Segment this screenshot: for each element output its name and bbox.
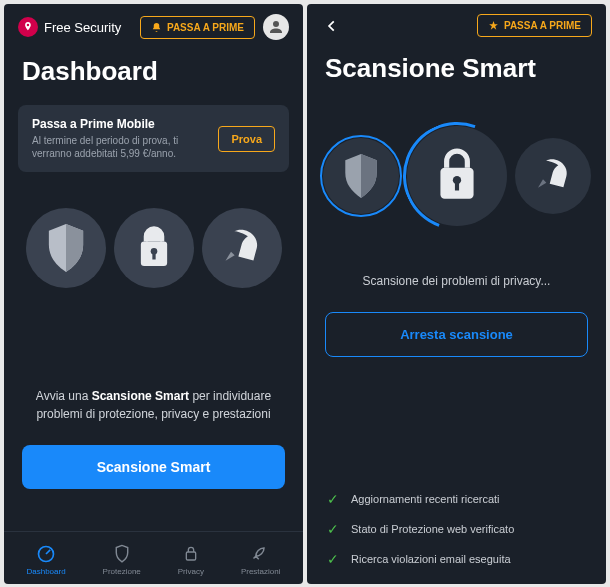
promo-card: Passa a Prime Mobile Al termine del peri…: [18, 105, 289, 172]
app-logo: Free Security: [18, 17, 132, 37]
nav-protezione[interactable]: Protezione: [95, 540, 149, 580]
nav-privacy[interactable]: Privacy: [170, 540, 212, 580]
prova-button[interactable]: Prova: [218, 126, 275, 152]
svg-rect-5: [440, 168, 473, 199]
check-icon: ✓: [327, 491, 339, 507]
lock-icon: [407, 126, 507, 226]
scan-checklist: ✓ Aggiornamenti recenti ricercati ✓ Stat…: [307, 444, 606, 584]
shield-icon: [112, 544, 132, 564]
rocket-icon: [515, 138, 591, 214]
promo-subtitle: Al termine del periodo di prova, ti verr…: [32, 134, 208, 160]
passa-a-prime-button[interactable]: PASSA A PRIME: [140, 16, 255, 39]
feature-icons: [4, 178, 303, 308]
avatar-button[interactable]: [263, 14, 289, 40]
lock-icon: [181, 544, 201, 564]
chevron-left-icon: [325, 19, 339, 33]
check-item: ✓ Ricerca violazioni email eseguita: [327, 544, 586, 574]
bottom-nav: Dashboard Protezione Privacy Prestazioni: [4, 531, 303, 584]
passa-a-prime-button[interactable]: PASSA A PRIME: [477, 14, 592, 37]
avira-logo-icon: [18, 17, 38, 37]
promo-title: Passa a Prime Mobile: [32, 117, 208, 131]
svg-rect-4: [186, 552, 195, 560]
svg-rect-7: [454, 182, 458, 190]
bell-icon: [151, 22, 162, 33]
check-icon: ✓: [327, 551, 339, 567]
dashboard-screen: Free Security PASSA A PRIME Dashboard Pa…: [4, 4, 303, 584]
stop-scan-button[interactable]: Arresta scansione: [325, 312, 588, 357]
logo-text: Free Security: [44, 20, 121, 35]
nav-prestazioni[interactable]: Prestazioni: [233, 540, 289, 580]
gauge-icon: [36, 544, 56, 564]
star-icon: [488, 20, 499, 31]
scan-hint: Avvia una Scansione Smart per individuar…: [4, 377, 303, 433]
feature-icons: [307, 96, 606, 246]
page-title: Dashboard: [4, 50, 303, 99]
scan-screen: PASSA A PRIME Scansione Smart Scansione …: [307, 4, 606, 584]
rocket-icon: [251, 544, 271, 564]
rocket-icon: [202, 208, 282, 288]
header: Free Security PASSA A PRIME: [4, 4, 303, 50]
back-button[interactable]: [321, 15, 343, 37]
nav-dashboard[interactable]: Dashboard: [18, 540, 73, 580]
shield-icon: [323, 138, 399, 214]
user-icon: [267, 18, 285, 36]
page-title: Scansione Smart: [307, 47, 606, 96]
svg-point-6: [452, 176, 460, 184]
shield-icon: [26, 208, 106, 288]
check-icon: ✓: [327, 521, 339, 537]
check-item: ✓ Aggiornamenti recenti ricercati: [327, 484, 586, 514]
check-item: ✓ Stato di Protezione web verificato: [327, 514, 586, 544]
header: PASSA A PRIME: [307, 4, 606, 47]
svg-rect-2: [152, 253, 155, 260]
scan-status: Scansione dei problemi di privacy...: [307, 246, 606, 298]
lock-icon: [114, 208, 194, 288]
scan-button[interactable]: Scansione Smart: [22, 445, 285, 489]
